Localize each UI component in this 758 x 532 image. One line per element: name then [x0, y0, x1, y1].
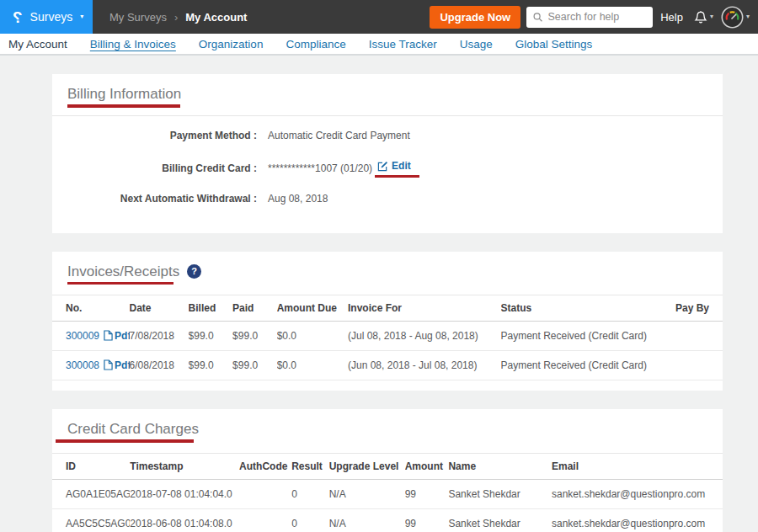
pdf-icon — [104, 359, 113, 370]
column-header-amount-due: Amount Due — [277, 295, 348, 321]
tab-usage[interactable]: Usage — [460, 38, 493, 51]
billing-information-title: Billing Information — [52, 85, 723, 103]
account-nav-tabs: My AccountBilling & InvoicesOrganization… — [0, 34, 758, 56]
search-input[interactable] — [548, 11, 647, 23]
tab-global-settings[interactable]: Global Settings — [515, 38, 593, 51]
charges-cell-name: Sanket Shekdar — [448, 508, 552, 532]
column-header-name: Name — [448, 453, 552, 479]
charges-cell-result: 0 — [291, 508, 329, 532]
search-icon — [533, 12, 542, 23]
invoice-pdf-link[interactable]: Pdf — [115, 330, 129, 342]
charges-cell-name: Sanket Shekdar — [448, 479, 552, 508]
breadcrumb-current: My Account — [185, 11, 247, 24]
charges-table: IDTimestampAuthCodeResultUpgrade LevelAm… — [52, 453, 723, 532]
tab-billing-invoices[interactable]: Billing & Invoices — [90, 38, 176, 51]
column-header-no: No. — [52, 295, 130, 321]
column-header-date: Date — [130, 295, 189, 321]
help-link[interactable]: Help — [660, 11, 683, 24]
annotation-underline — [56, 439, 194, 443]
tab-issue-tracker[interactable]: Issue Tracker — [369, 38, 437, 51]
invoices-cell-status: Payment Received (Credit Card) — [501, 321, 669, 350]
charge-row: AG0A1E05AG0A2018-07-08 01:04:04.00N/A99S… — [52, 479, 723, 508]
edit-pencil-icon — [377, 161, 388, 172]
annotation-underline — [67, 282, 173, 285]
charges-cell-authcode — [239, 479, 291, 508]
invoices-table: No.DateBilledPaidAmount DueInvoice ForSt… — [52, 295, 723, 380]
product-name: Surveys — [30, 10, 73, 24]
charges-cell-upgrade_level: N/A — [329, 508, 405, 532]
column-header-billed: Billed — [189, 295, 233, 321]
avatar — [721, 6, 744, 29]
invoices-cell-no: 300009Pdf — [52, 321, 130, 350]
upgrade-now-button[interactable]: Upgrade Now — [430, 6, 520, 29]
next-withdrawal-value: Aug 08, 2018 — [268, 193, 328, 205]
charges-cell-result: 0 — [291, 479, 329, 508]
payment-method-label: Payment Method : — [67, 130, 257, 141]
tab-my-account[interactable]: My Account — [8, 38, 67, 51]
breadcrumb: My Surveys › My Account — [109, 11, 247, 24]
edit-card-link[interactable]: Edit — [392, 160, 411, 172]
invoice-number-link[interactable]: 300009 — [66, 330, 99, 342]
invoices-cell-no: 300008Pdf — [52, 350, 130, 380]
charges-cell-email: sanket.shekdar@questionpro.com — [552, 479, 723, 508]
column-header-authcode: AuthCode — [239, 453, 291, 479]
tab-organization[interactable]: Organization — [199, 38, 264, 51]
invoices-cell-pay_by — [669, 321, 723, 350]
help-search-box[interactable] — [526, 7, 653, 28]
invoices-cell-billed: $99.0 — [189, 321, 233, 350]
invoices-cell-date: 7/08/2018 — [130, 321, 189, 350]
invoices-cell-status: Payment Received (Credit Card) — [501, 350, 669, 380]
billing-credit-card-label: Billing Credit Card : — [67, 162, 257, 174]
notifications-button[interactable]: ▾ — [694, 10, 713, 24]
invoices-title-row: Invoices/Receipts ? — [52, 263, 723, 280]
invoice-row: 300009Pdf7/08/2018$99.0$99.0$0.0(Jul 08,… — [52, 321, 723, 350]
account-menu[interactable]: ▾ — [721, 6, 750, 29]
charges-cell-id: AG0A1E05AG0A — [52, 479, 130, 508]
invoices-cell-invoice_for: (Jun 08, 2018 - Jul 08, 2018) — [348, 350, 500, 380]
column-header-id: ID — [52, 453, 130, 479]
column-header-invoice-for: Invoice For — [348, 295, 500, 321]
column-header-pay-by: Pay By — [669, 295, 723, 321]
invoice-pdf-link[interactable]: Pdf — [115, 359, 129, 371]
main-content: Billing Information Payment Method : Aut… — [0, 56, 758, 532]
credit-card-charges-title: Credit Card Charges — [52, 420, 723, 438]
invoices-cell-amount_due: $0.0 — [277, 350, 348, 380]
credit-card-charges-card: Credit Card Charges IDTimestampAuthCodeR… — [52, 409, 723, 532]
invoice-number-link[interactable]: 300008 — [66, 359, 99, 371]
invoices-cell-paid: $99.0 — [232, 350, 277, 380]
charges-cell-amount: 99 — [405, 479, 449, 508]
invoices-receipts-title: Invoices/Receipts — [67, 263, 179, 280]
tab-compliance[interactable]: Compliance — [286, 38, 345, 51]
edit-card-action[interactable]: Edit — [377, 160, 411, 172]
billing-info-rows: Payment Method : Automatic Credit Card P… — [52, 116, 723, 205]
product-switcher[interactable]: ? Surveys ▾ — [0, 0, 93, 34]
pdf-icon — [104, 330, 113, 341]
charges-cell-timestamp: 2018-06-08 01:04:08.0 — [130, 508, 239, 532]
annotation-underline — [67, 104, 180, 108]
column-header-amount: Amount — [405, 453, 449, 479]
invoices-header-row: No.DateBilledPaidAmount DueInvoice ForSt… — [52, 295, 723, 321]
charges-cell-authcode — [239, 508, 291, 532]
invoices-cell-invoice_for: (Jul 08, 2018 - Aug 08, 2018) — [348, 321, 500, 350]
billing-credit-card-value: ************1007 (01/20) — [268, 162, 372, 174]
breadcrumb-separator-icon: › — [174, 11, 178, 24]
payment-method-value: Automatic Credit Card Payment — [268, 130, 410, 141]
charges-cell-email: sanket.shekdar@questionpro.com — [552, 508, 723, 532]
bell-icon — [694, 10, 707, 24]
charges-cell-timestamp: 2018-07-08 01:04:04.0 — [130, 479, 239, 508]
charges-cell-id: AA5C5C5AG0A — [52, 508, 130, 532]
questionpro-logo-icon: ? — [13, 9, 23, 25]
breadcrumb-parent[interactable]: My Surveys — [109, 11, 167, 24]
charges-cell-amount: 99 — [405, 508, 449, 532]
chevron-down-icon: ▾ — [746, 13, 750, 20]
billing-credit-card-row: Billing Credit Card : ************1007 (… — [67, 160, 707, 174]
invoices-cell-billed: $99.0 — [189, 350, 233, 380]
annotation-underline — [375, 175, 419, 178]
column-header-paid: Paid — [232, 295, 277, 321]
next-withdrawal-label: Next Automatic Withdrawal : — [67, 193, 257, 205]
invoices-cell-pay_by — [669, 350, 723, 380]
charges-header-row: IDTimestampAuthCodeResultUpgrade LevelAm… — [52, 453, 723, 479]
column-header-upgrade-level: Upgrade Level — [329, 453, 405, 479]
help-question-icon[interactable]: ? — [187, 264, 201, 279]
chevron-down-icon: ▾ — [80, 13, 83, 20]
